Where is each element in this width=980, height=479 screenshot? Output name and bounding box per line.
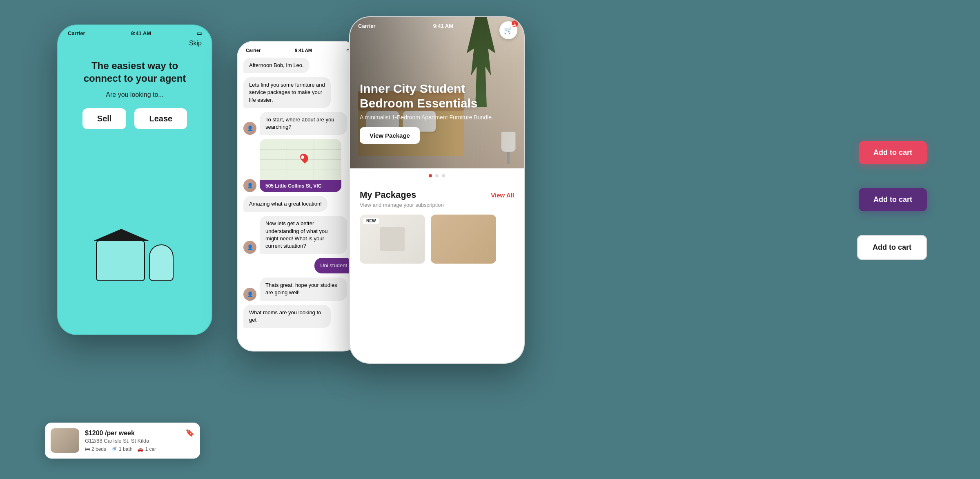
lease-button[interactable]: Lease (134, 108, 187, 129)
bookmark-icon[interactable]: 🔖 (185, 428, 194, 437)
agent-avatar-2: 👤 (243, 179, 256, 192)
battery-icon: ▭ (197, 30, 202, 36)
add-to-cart-button-3[interactable]: Add to cart (857, 235, 927, 260)
time-3: 9:41 AM (433, 23, 453, 29)
packages-grid (360, 215, 514, 264)
property-image (51, 428, 79, 453)
skip-button[interactable]: Skip (58, 36, 212, 47)
hero-section: 🛒 1 Inner City Student Bedroom Essential… (350, 17, 524, 168)
carrier-2: Carrier (246, 48, 261, 53)
my-packages-section: My Packages View All View and manage you… (350, 183, 524, 270)
house-icon (96, 240, 145, 281)
chat-message-7-wrap: 👤 Thats great, hope your studies are goi… (243, 278, 353, 300)
add-to-cart-button-1[interactable]: Add to cart (859, 141, 927, 164)
chat-message-3-wrap: 👤 To start, where about are you searchin… (243, 112, 353, 135)
package-item-1[interactable] (360, 215, 425, 264)
add-to-cart-button-2[interactable]: Add to cart (859, 188, 927, 211)
map-address-label: 505 Little Collins St, VIC (260, 180, 341, 192)
phone-shopping: Carrier 9:41 AM ▭ 🛒 (349, 16, 525, 364)
property-price: $1200 /per week (85, 430, 180, 437)
packages-subtitle: View and manage your subscription (360, 202, 514, 208)
view-package-button[interactable]: View Package (360, 127, 420, 144)
hero-content: Inner City Student Bedroom Essentials A … (360, 81, 514, 144)
dot-2[interactable] (435, 174, 439, 177)
beds-feature: 🛏 2 beds (85, 446, 106, 452)
dot-3[interactable] (442, 174, 445, 177)
my-packages-title: My Packages (360, 190, 416, 200)
carousel-dots (350, 168, 524, 183)
phone-onboarding: Carrier 9:41 AM ▭ Skip The easiest way t… (57, 25, 212, 335)
battery-3: ▭ (511, 23, 516, 29)
bed-icon: 🛏 (85, 446, 90, 452)
bath-feature: 🚿 1 bath (111, 446, 132, 452)
chat-message-8: What rooms are you looking to get (243, 305, 331, 328)
hero-title: Inner City Student Bedroom Essentials (360, 81, 514, 111)
chat-message-7: Thats great, hope your studies are going… (260, 278, 347, 300)
dot-1[interactable] (429, 174, 432, 177)
chat-message-2: Lets find you some furniture and service… (243, 77, 331, 108)
status-bar-3: Carrier 9:41 AM ▭ (350, 17, 524, 35)
bath-icon: 🚿 (111, 446, 117, 452)
headline-text: The easiest way to connect to your agent (58, 47, 212, 85)
chat-message-5: Now lets get a better understanding of w… (260, 216, 347, 254)
time-2: 9:41 AM (295, 48, 312, 53)
map-message-wrap: 👤 505 Little Collins St, VIC (243, 139, 353, 192)
property-card[interactable]: $1200 /per week G12/88 Carlisle St, St K… (45, 423, 200, 459)
chat-messages: Afternoon Bob, Im Leo. Lets find you som… (238, 53, 359, 333)
chat-message-4: Amazing what a great location! (243, 196, 327, 212)
my-packages-header: My Packages View All (360, 190, 514, 200)
property-features: 🛏 2 beds 🚿 1 bath 🚗 1 car (85, 446, 180, 452)
car-icon: 🚗 (137, 446, 143, 452)
status-bar-2: Carrier 9:41 AM ▭ (238, 42, 359, 53)
time-label: 9:41 AM (131, 30, 151, 36)
agent-avatar-4: 👤 (243, 288, 256, 301)
chat-message-6: Uni student (314, 258, 353, 273)
carrier-3: Carrier (358, 23, 376, 29)
car-feature: 🚗 1 car (137, 446, 156, 452)
action-buttons: Sell Lease (58, 98, 212, 129)
subtext: Are you looking to... (58, 85, 212, 98)
status-bar-1: Carrier 9:41 AM ▭ (58, 25, 212, 36)
phone-chat: Carrier 9:41 AM ▭ Afternoon Bob, Im Leo.… (237, 41, 359, 351)
person-icon (149, 244, 174, 281)
hero-subtitle: A minimalist 1-Bedroom Apartment Furnitu… (360, 114, 514, 121)
agent-avatar-3: 👤 (243, 241, 256, 254)
package-item-2[interactable] (431, 215, 496, 264)
property-address: G12/88 Carlisle St, St Kilda (85, 438, 180, 444)
map-pin-icon (298, 152, 310, 163)
carrier-label: Carrier (68, 30, 85, 36)
sell-button[interactable]: Sell (82, 108, 127, 129)
chat-message-5-wrap: 👤 Now lets get a better understanding of… (243, 216, 353, 254)
chat-message-3: To start, where about are you searching? (260, 112, 347, 135)
property-info: $1200 /per week G12/88 Carlisle St, St K… (85, 430, 180, 452)
map-image (260, 139, 341, 180)
view-all-button[interactable]: View All (491, 192, 514, 199)
chat-message-1: Afternoon Bob, Im Leo. (243, 58, 310, 73)
illustration (58, 191, 212, 281)
map-bubble: 505 Little Collins St, VIC (260, 139, 341, 192)
agent-avatar: 👤 (243, 122, 256, 135)
